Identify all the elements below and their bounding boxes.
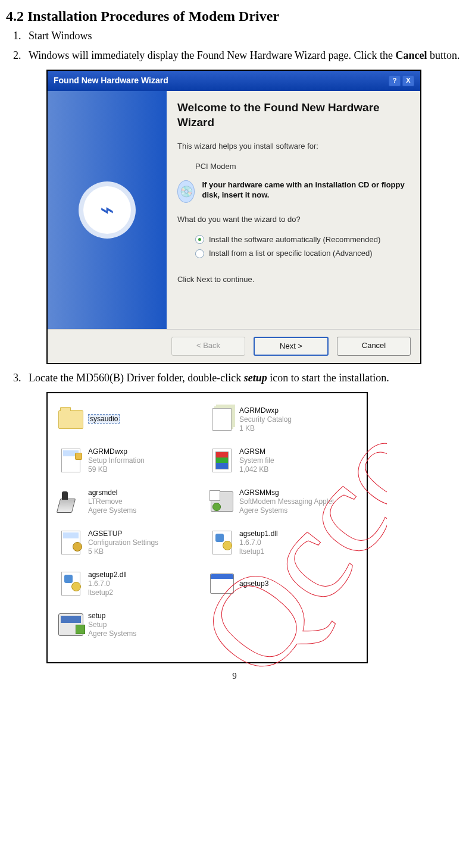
file-text: AGRMDwxpSetup Information59 KB <box>88 447 145 474</box>
radio-advanced[interactable]: Install from a list or specific location… <box>195 247 409 259</box>
radio-icon <box>195 235 204 244</box>
file-item[interactable]: agsetup1.dll1.6.7.0ltsetup1 <box>207 526 358 567</box>
cd-icon: 💿 <box>177 180 195 203</box>
radio-auto-label: Install the software automatically (Reco… <box>209 234 380 246</box>
wizard-intro: This wizard helps you install software f… <box>177 140 409 152</box>
radio-auto[interactable]: Install the software automatically (Reco… <box>195 234 409 246</box>
wizard-title: Found New Hardware Wizard <box>54 74 168 87</box>
file-desc: LTRemove <box>88 497 136 506</box>
file-desc: 1.6.7.0 <box>239 538 278 547</box>
back-button: < Back <box>171 337 245 356</box>
file-desc2: ltsetup1 <box>239 547 278 556</box>
file-name: agsetup2.dll <box>88 571 127 579</box>
folder-icon <box>58 407 83 432</box>
sys-icon <box>210 448 234 473</box>
file-text: agsetup2.dll1.6.7.0ltsetup2 <box>88 571 127 597</box>
file-text: AGSETUPConfiguration Settings5 KB <box>88 529 158 556</box>
file-name: AGRMDwxp <box>88 447 145 456</box>
step-2: Windows will immediately display the Fou… <box>24 48 463 364</box>
cat-icon <box>210 407 234 432</box>
cfg-icon <box>58 530 83 555</box>
wizard-titlebar: Found New Hardware Wizard ? X <box>48 71 420 91</box>
dll-icon <box>210 530 234 555</box>
file-desc: 1.6.7.0 <box>88 579 127 588</box>
file-desc2: 5 KB <box>88 547 158 556</box>
dll-icon <box>58 571 83 596</box>
exe-ltr-icon <box>58 489 83 514</box>
win-icon <box>210 571 234 596</box>
file-text: agsetup1.dll1.6.7.0ltsetup1 <box>239 529 278 556</box>
file-name: AGRSM <box>239 447 274 456</box>
section-heading: 4.2 Installation Procedures of Modem Dri… <box>6 8 463 24</box>
inf-icon <box>58 448 83 473</box>
cancel-button[interactable]: Cancel <box>337 337 411 356</box>
step-2-text: Windows will immediately display the Fou… <box>24 49 460 61</box>
wizard-heading: Welcome to the Found New Hardware Wizard <box>177 101 409 130</box>
file-item[interactable]: AGSETUPConfiguration Settings5 KB <box>56 526 207 567</box>
cd-text: If your hardware came with an installati… <box>202 180 409 200</box>
file-text: setupSetupAgere Systems <box>88 612 136 638</box>
file-name: agrsmdel <box>88 488 136 497</box>
file-desc2: Agere Systems <box>239 506 334 515</box>
step-1-text: Start Windows <box>24 30 92 42</box>
file-desc: Setup <box>88 621 136 629</box>
file-desc2: Agere Systems <box>88 506 136 515</box>
close-icon[interactable]: X <box>402 76 414 86</box>
file-name: AGRSMMsg <box>239 488 334 497</box>
page-number: 9 <box>0 671 469 681</box>
radio-icon <box>195 249 204 258</box>
file-name: setup <box>88 612 136 621</box>
file-text: agsetup3 <box>239 579 268 588</box>
file-name: AGRMDwxp <box>239 406 292 415</box>
file-text: sysaudio <box>88 414 120 425</box>
file-desc2: 59 KB <box>88 465 145 474</box>
file-item[interactable]: AGRSMSystem file1,042 KB <box>207 444 358 485</box>
radio-advanced-label: Install from a list or specific location… <box>209 247 373 259</box>
file-item[interactable]: sysaudio <box>56 403 207 444</box>
file-desc: SoftModem Messaging Applet <box>239 497 334 506</box>
file-item[interactable]: agsetup3 <box>207 567 358 608</box>
file-item[interactable]: AGRMDwxpSecurity Catalog1 KB <box>207 403 358 444</box>
next-button[interactable]: Next > <box>254 337 329 356</box>
file-desc2: 1 KB <box>239 424 292 433</box>
wizard-sidebar: ⌁ <box>48 91 167 329</box>
file-desc: Setup Information <box>88 456 145 465</box>
step-3: Locate the MD560(B) Driver folder, doubl… <box>24 370 463 663</box>
file-name: agsetup1.dll <box>239 529 278 538</box>
wizard-prompt: What do you want the wizard to do? <box>177 214 409 225</box>
help-icon[interactable]: ? <box>389 76 401 86</box>
file-item[interactable]: agrsmdelLTRemoveAgere Systems <box>56 485 207 526</box>
wizard-device: PCI Modem <box>177 161 409 173</box>
file-desc2: ltsetup2 <box>88 588 127 597</box>
file-name: agsetup3 <box>239 579 268 588</box>
file-text: AGRSMMsgSoftModem Messaging AppletAgere … <box>239 488 334 515</box>
file-name: sysaudio <box>88 414 120 424</box>
file-text: AGRSMSystem file1,042 KB <box>239 447 274 474</box>
wizard-sidebar-icon: ⌁ <box>83 186 131 234</box>
file-desc2: Agere Systems <box>88 629 136 638</box>
file-desc: Configuration Settings <box>88 538 158 547</box>
step-3-text: Locate the MD560(B) Driver folder, doubl… <box>24 372 389 384</box>
wizard-screenshot: Found New Hardware Wizard ? X ⌁ Welcome … <box>46 70 463 364</box>
file-text: agrsmdelLTRemoveAgere Systems <box>88 488 136 515</box>
file-name: AGSETUP <box>88 529 158 538</box>
file-item[interactable]: setupSetupAgere Systems <box>56 608 207 649</box>
app-icon <box>210 489 234 514</box>
file-desc: System file <box>239 456 274 465</box>
file-text: AGRMDwxpSecurity Catalog1 KB <box>239 406 292 433</box>
step-1: Start Windows <box>24 28 463 44</box>
file-desc2: 1,042 KB <box>239 465 274 474</box>
file-item[interactable]: agsetup2.dll1.6.7.0ltsetup2 <box>56 567 207 608</box>
file-item[interactable]: AGRMDwxpSetup Information59 KB <box>56 444 207 485</box>
wizard-continue: Click Next to continue. <box>177 274 409 286</box>
file-desc: Security Catalog <box>239 415 292 424</box>
setup-icon <box>58 612 83 637</box>
folder-screenshot: sysaudioAGRMDwxpSecurity Catalog1 KBAGRM… <box>46 392 463 663</box>
file-item[interactable]: AGRSMMsgSoftModem Messaging AppletAgere … <box>207 485 358 526</box>
